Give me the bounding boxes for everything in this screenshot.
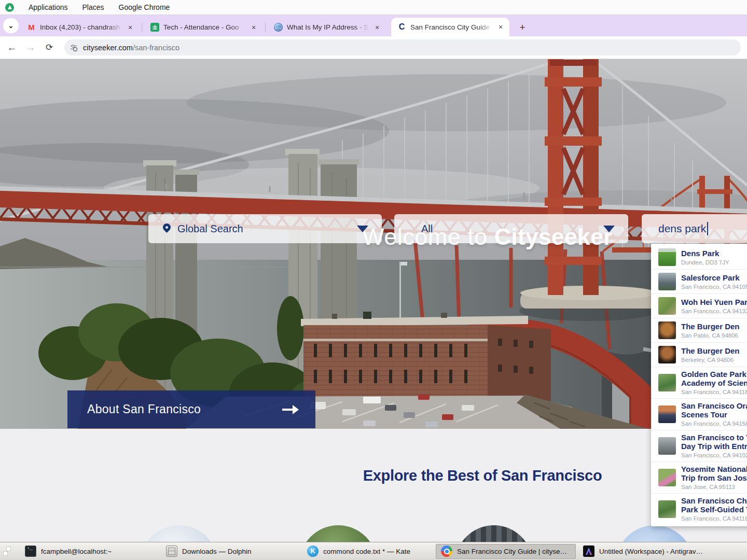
- kate-icon: [307, 545, 319, 557]
- suggestion-item[interactable]: The Burger Den San Pablo, CA 94806: [651, 318, 747, 343]
- suggestion-thumbnail: [658, 374, 676, 391]
- search-scope-label: Global Search: [177, 223, 243, 235]
- tab-title: What Is My IP Address - S: [287, 23, 369, 31]
- suggestion-address: San Francisco, CA 94102: [681, 452, 747, 458]
- suggestion-title: San Francisco Chro: [681, 497, 747, 506]
- desktop-menubar: Applications Places Google Chrome: [0, 0, 747, 15]
- reload-button[interactable]: ⟳: [40, 36, 58, 59]
- suggestion-title: Woh Hei Yuen Park: [681, 298, 747, 306]
- site-settings-icon[interactable]: [71, 45, 78, 51]
- suggestion-thumbnail: [658, 437, 676, 455]
- suggestion-thumbnail: [658, 405, 676, 423]
- forward-button[interactable]: →: [22, 36, 39, 59]
- workspace-pager-icon[interactable]: [3, 546, 13, 556]
- suggestion-address: Dundee, DD3 7JY: [681, 259, 729, 265]
- menu-applications[interactable]: Applications: [21, 0, 75, 15]
- suggestion-address: San Francisco, CA 94118: [681, 389, 747, 395]
- suggestion-thumbnail: [658, 273, 676, 290]
- suggestion-title: The Burger Den: [681, 346, 740, 355]
- taskbar-item-title: Untitled (Workspace) - Antigravity -...: [599, 548, 704, 555]
- url-host: cityseeker.com: [83, 44, 133, 52]
- chrome-icon: [441, 545, 452, 557]
- suggestion-address: San Pablo, CA 94806: [681, 332, 740, 339]
- search-query-text: dens park: [658, 222, 706, 235]
- distro-logo-icon[interactable]: [5, 3, 14, 12]
- suggestion-thumbnail: [658, 297, 676, 315]
- suggestion-address: San Francisco, CA 94158: [681, 421, 747, 427]
- suggestion-address: San Jose, CA 95113: [681, 484, 747, 490]
- tab-whatismyip[interactable]: What Is My IP Address - S ×: [268, 18, 386, 36]
- menu-places[interactable]: Places: [75, 0, 112, 15]
- suggestion-item[interactable]: San Francisco Chro Park Self-Guided T Sa…: [651, 494, 747, 525]
- search-scope-dropdown[interactable]: Global Search: [148, 214, 382, 243]
- url-path: /san-francisco: [133, 44, 179, 52]
- location-pin-icon: [163, 223, 171, 234]
- about-san-francisco-button[interactable]: About San Francisco: [67, 390, 315, 428]
- taskbar-item-chrome-active[interactable]: San Francisco City Guide | cityseeke...: [436, 544, 576, 559]
- address-bar[interactable]: cityseeker.com /san-francisco: [64, 39, 741, 55]
- google-sheets-icon: [150, 23, 159, 32]
- suggestion-title: Golden Gate Park T: [681, 370, 747, 379]
- tab-search-button[interactable]: ⌄: [3, 18, 19, 33]
- search-suggestions-panel: Dens Park Dundee, DD3 7JY Salesforce Par…: [651, 244, 747, 526]
- suggestion-title-line2: Trip from San Jose: [681, 474, 747, 483]
- suggestion-thumbnail: [658, 469, 676, 486]
- suggestion-address: Berkeley, CA 94806: [681, 357, 740, 363]
- search-query-input[interactable]: dens park: [642, 214, 747, 243]
- explore-heading: Explore the Best of San Francisco: [363, 467, 602, 484]
- chevron-down-icon: [603, 226, 615, 232]
- taskbar: fcampbell@localhost:~ Downloads — Dolphi…: [0, 542, 747, 560]
- category-label: All: [421, 223, 433, 235]
- suggestion-title-line2: Scenes Tour: [681, 411, 747, 419]
- suggestion-address: San Francisco, CA 94118: [681, 515, 747, 522]
- suggestion-item[interactable]: Golden Gate Park T Academy of Scienc San…: [651, 367, 747, 399]
- tab-close-icon[interactable]: ×: [496, 22, 505, 32]
- suggestion-thumbnail: [658, 248, 676, 266]
- suggestion-address: San Francisco, CA 94133: [681, 308, 747, 314]
- text-cursor: [707, 222, 708, 235]
- tab-title: Tech - Attendance - Goo: [163, 23, 246, 31]
- tab-close-icon[interactable]: ×: [249, 23, 258, 32]
- suggestion-title: San Francisco to Y: [681, 433, 747, 442]
- back-button[interactable]: ←: [3, 36, 21, 59]
- browser-toolbar: ← → ⟳ cityseeker.com /san-francisco: [0, 36, 747, 59]
- tab-title: San Francisco City Guide: [410, 23, 493, 31]
- suggestion-address: San Francisco, CA 94105: [681, 284, 747, 290]
- suggestion-item[interactable]: Salesforce Park San Francisco, CA 94105: [651, 270, 747, 294]
- suggestion-item[interactable]: Dens Park Dundee, DD3 7JY: [651, 245, 747, 270]
- new-tab-button[interactable]: +: [516, 21, 529, 34]
- tab-cityseeker-active[interactable]: C San Francisco City Guide ×: [391, 18, 509, 36]
- suggestion-title: Dens Park: [681, 249, 719, 258]
- suggestion-item[interactable]: Yosemite National P Trip from San Jose S…: [651, 462, 747, 494]
- category-dropdown[interactable]: All: [394, 214, 628, 243]
- taskbar-item-terminal[interactable]: fcampbell@localhost:~: [20, 544, 159, 559]
- dolphin-icon: [166, 545, 177, 557]
- suggestion-thumbnail: [658, 346, 676, 363]
- cityseeker-icon: C: [397, 23, 406, 32]
- suggestion-item[interactable]: Woh Hei Yuen Park San Francisco, CA 9413…: [651, 294, 747, 318]
- tab-sheets[interactable]: Tech - Attendance - Goo ×: [144, 18, 262, 36]
- tab-close-icon[interactable]: ×: [126, 23, 135, 32]
- suggestion-item[interactable]: San Francisco Orac Scenes Tour San Franc…: [651, 399, 747, 430]
- hero-banner: Welcome to Cityseeker Global Search All …: [0, 59, 747, 429]
- taskbar-item-dolphin[interactable]: Downloads — Dolphin: [161, 544, 300, 559]
- suggestion-item[interactable]: The Burger Den Berkeley, CA 94806: [651, 343, 747, 367]
- taskbar-item-title: Downloads — Dolphin: [182, 548, 252, 555]
- menu-google-chrome[interactable]: Google Chrome: [112, 0, 177, 15]
- suggestion-item[interactable]: San Francisco to Y Day Trip with Entry S…: [651, 430, 747, 462]
- about-label: About San Francisco: [87, 402, 201, 416]
- tab-close-icon[interactable]: ×: [372, 23, 382, 32]
- chevron-down-icon: [357, 226, 368, 232]
- suggestion-thumbnail: [658, 500, 676, 518]
- suggestion-title: The Burger Den: [681, 322, 740, 331]
- suggestion-title-line2: Academy of Scienc: [681, 379, 747, 388]
- desktop: { "menubar": {"items": ["Applications", …: [0, 0, 747, 560]
- suggestion-title: San Francisco Orac: [681, 402, 747, 411]
- suggestion-title-line2: Park Self-Guided T: [681, 506, 747, 514]
- tab-gmail[interactable]: M Inbox (4,203) - chandrash ×: [21, 18, 139, 36]
- taskbar-item-kate[interactable]: commond code.txt * — Kate: [302, 544, 434, 559]
- taskbar-item-antigravity[interactable]: Untitled (Workspace) - Antigravity -...: [578, 544, 710, 559]
- arrow-right-icon: [282, 404, 299, 415]
- tab-strip: ⌄ M Inbox (4,203) - chandrash × Tech - A…: [0, 15, 747, 36]
- suggestion-thumbnail: [658, 321, 676, 339]
